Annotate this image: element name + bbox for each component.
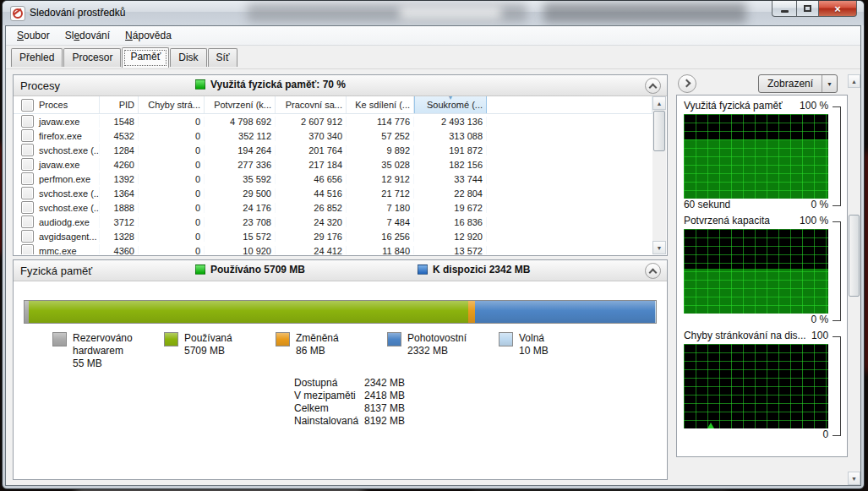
- column-header-7[interactable]: Soukromé (...▼: [414, 96, 487, 113]
- processes-panel-header[interactable]: Procesy Využitá fyzická paměť: 70 %: [14, 75, 667, 96]
- legend-label: Změněná: [296, 332, 339, 345]
- column-header-1[interactable]: Proces: [14, 96, 100, 113]
- memory-used-label: Používáno 5709 MB: [210, 264, 305, 276]
- physical-memory-panel-title: Fyzická paměť: [14, 265, 92, 277]
- chart-bottom-row: 0: [684, 428, 828, 442]
- menu-item-sledování[interactable]: Sledování: [57, 28, 117, 43]
- process-value-cell: 35 028: [347, 160, 414, 170]
- table-row[interactable]: avgidsagent...1328015 57229 17616 25612 …: [14, 229, 652, 243]
- table-row[interactable]: mmc.exe4360010 92024 41211 84013 572: [14, 243, 652, 254]
- column-header-2[interactable]: PID: [100, 96, 139, 113]
- tab-přehled[interactable]: Přehled: [11, 48, 63, 67]
- table-row[interactable]: javaw.exe42600277 336217 18435 028182 15…: [14, 157, 652, 172]
- process-name-cell: mmc.exe: [14, 244, 100, 254]
- physical-memory-panel: Fyzická paměť Používáno 5709 MB K dispoz…: [13, 259, 668, 480]
- scroll-up-button[interactable]: ▲: [652, 96, 666, 110]
- column-header-4[interactable]: Potvrzení (k...: [205, 96, 276, 113]
- process-name-cell: avgidsagent...: [14, 230, 100, 243]
- collapse-processes-button[interactable]: [645, 78, 661, 94]
- process-name: svchost.exe (...: [39, 188, 100, 199]
- process-name: mmc.exe: [39, 246, 77, 255]
- legend-label: Používaná: [184, 332, 232, 345]
- window-controls: ×: [772, 1, 857, 17]
- column-header-6[interactable]: Ke sdílení (...: [347, 96, 414, 113]
- legend-text: Změněná86 MB: [296, 332, 339, 370]
- process-value-cell: 1328: [100, 232, 139, 242]
- column-header-label: Soukromé (...: [427, 100, 483, 110]
- process-name-cell: svchost.exe (...: [14, 201, 100, 214]
- close-button[interactable]: ×: [819, 1, 857, 17]
- scrollbar-track[interactable]: [848, 297, 860, 472]
- table-row[interactable]: firefox.exe45320352 112370 34057 252313 …: [14, 128, 652, 143]
- scrollbar-thumb[interactable]: [653, 111, 665, 151]
- column-header-5[interactable]: Pracovní sa...: [276, 96, 347, 113]
- process-name: audiodg.exe: [39, 217, 90, 227]
- legend-text: Rezervováno hardwarem55 MB: [73, 332, 150, 370]
- row-checkbox[interactable]: [21, 172, 34, 185]
- process-value-cell: 7 484: [347, 217, 414, 227]
- collapse-chart-pane-button[interactable]: [678, 74, 696, 93]
- scroll-down-button[interactable]: ▼: [652, 241, 666, 254]
- process-value-cell: 194 264: [205, 145, 276, 155]
- scroll-down-button[interactable]: ▼: [848, 472, 860, 485]
- legend-value: 10 MB: [519, 345, 549, 357]
- process-value-cell: 1284: [100, 145, 139, 155]
- select-all-checkbox[interactable]: [21, 99, 34, 112]
- memory-detail-row: Nainstalovaná8192 MB: [294, 415, 667, 428]
- process-name-cell: svchost.exe (...: [14, 187, 100, 199]
- legend-item: Změněná86 MB: [276, 332, 387, 370]
- row-checkbox[interactable]: [21, 187, 34, 199]
- row-checkbox[interactable]: [21, 230, 34, 243]
- scrollbar-track[interactable]: [652, 152, 666, 241]
- maximize-button[interactable]: [796, 1, 819, 17]
- menu-item-soubor[interactable]: Soubor: [9, 28, 57, 43]
- chart-plot-area: [684, 229, 828, 314]
- page-scrollbar[interactable]: ▲ ▼: [848, 74, 860, 485]
- table-row[interactable]: perfmon.exe1392035 59246 65612 91233 744: [14, 172, 652, 186]
- table-row[interactable]: svchost.exe (...1888024 17626 8527 18019…: [14, 200, 652, 215]
- legend-swatch-icon: [52, 332, 67, 346]
- tab-paměť[interactable]: Paměť: [122, 47, 169, 68]
- table-row[interactable]: svchost.exe (...12840194 264201 7649 892…: [14, 143, 652, 157]
- views-dropdown-button[interactable]: Zobrazení ▼: [758, 74, 838, 93]
- column-header-3[interactable]: Chyby strá...: [139, 96, 205, 113]
- process-value-cell: 0: [139, 174, 205, 184]
- tab-disk[interactable]: Disk: [170, 48, 206, 67]
- row-checkbox[interactable]: [21, 201, 34, 214]
- sort-descending-icon: ▼: [448, 95, 454, 101]
- table-row[interactable]: javaw.exe154804 798 6922 607 912114 7762…: [14, 114, 652, 128]
- chart-gridlines: [684, 229, 828, 314]
- row-checkbox[interactable]: [21, 244, 34, 254]
- tab-procesor[interactable]: Procesor: [63, 48, 121, 67]
- memory-detail-label: V mezipaměti: [294, 390, 364, 402]
- row-checkbox[interactable]: [21, 129, 34, 142]
- legend-value: 2332 MB: [407, 345, 467, 357]
- table-row[interactable]: audiodg.exe3712023 70824 3207 48416 836: [14, 215, 652, 229]
- legend-swatch-icon: [499, 332, 513, 346]
- tab-síť[interactable]: Síť: [208, 48, 238, 67]
- row-checkbox[interactable]: [21, 115, 34, 128]
- legend-item: Používaná5709 MB: [164, 332, 276, 370]
- charts-toolbar: Zobrazení ▼: [676, 74, 848, 93]
- dropdown-arrow-icon: ▼: [822, 75, 837, 92]
- process-value-cell: 24 320: [276, 217, 347, 227]
- process-name-cell: javaw.exe: [14, 158, 100, 171]
- memory-chart-block: Využitá fyzická paměť100 %60 sekund0 %: [684, 100, 843, 212]
- physical-memory-panel-header[interactable]: Fyzická paměť Používáno 5709 MB K dispoz…: [14, 260, 667, 281]
- maximize-icon: [804, 5, 811, 12]
- title-bar[interactable]: Sledování prostředků ×: [3, 1, 864, 25]
- scroll-up-button[interactable]: ▲: [848, 74, 860, 88]
- process-value-cell: 4360: [100, 246, 139, 255]
- menu-item-nápověda[interactable]: Nápověda: [117, 28, 179, 43]
- row-checkbox[interactable]: [21, 215, 34, 228]
- minimize-button[interactable]: [772, 1, 796, 17]
- collapse-memory-button[interactable]: [645, 263, 661, 279]
- scrollbar-thumb[interactable]: [849, 215, 860, 297]
- row-checkbox[interactable]: [21, 158, 34, 171]
- memory-chart-block: Chyby stránkování na dis...1000: [684, 330, 843, 442]
- row-checkbox[interactable]: [21, 144, 34, 156]
- table-row[interactable]: svchost.exe (...1364029 50044 51621 7122…: [14, 186, 652, 200]
- process-table-scrollbar[interactable]: ▲ ▼: [652, 96, 666, 254]
- process-value-cell: 23 708: [205, 217, 276, 227]
- process-table-body: javaw.exe154804 798 6922 607 912114 7762…: [14, 114, 652, 254]
